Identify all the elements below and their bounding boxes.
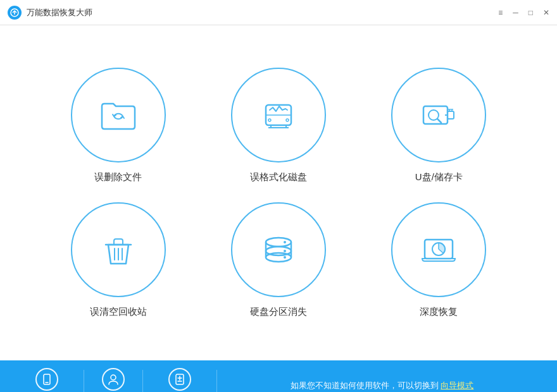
bottom-message: 如果您不知道如何使用软件，可以切换到 向导模式: [220, 380, 544, 391]
card-icon-partition-lost: [231, 202, 326, 297]
bottom-message-text: 如果您不知道如何使用软件，可以切换到: [291, 381, 439, 390]
card-recycle-bin[interactable]: 误清空回收站: [51, 202, 185, 318]
card-label-usb-card: U盘/储存卡: [415, 171, 463, 183]
divider-1: [84, 370, 84, 392]
svg-point-4: [286, 119, 289, 121]
card-partition-lost[interactable]: 硬盘分区消失: [211, 202, 346, 318]
import-scan-button[interactable]: 导入扫描记录: [146, 363, 214, 393]
card-icon-recycle-bin: [71, 202, 166, 297]
card-deep-recovery[interactable]: 深度恢复: [372, 202, 506, 318]
minimize-button[interactable]: ─: [513, 9, 518, 16]
svg-point-28: [284, 250, 286, 252]
online-consult-button[interactable]: 在线咨询: [87, 363, 140, 393]
divider-3: [216, 370, 217, 392]
person-icon: [102, 368, 125, 391]
svg-rect-8: [423, 106, 447, 124]
wizard-mode-link[interactable]: 向导模式: [441, 381, 473, 390]
card-icon-deep-recovery: [391, 202, 486, 297]
bottom-bar: 手机数据恢复 在线咨询 导入扫描记录 如果您不知道如何使用软件，可以切换到 向导: [0, 360, 557, 392]
cards-grid: 误删除文件: [51, 68, 506, 318]
menu-button[interactable]: ≡: [498, 9, 503, 16]
svg-point-20: [266, 238, 291, 247]
close-button[interactable]: ✕: [543, 9, 549, 16]
maximize-button[interactable]: □: [529, 9, 533, 16]
card-label-deep-recovery: 深度恢复: [420, 306, 458, 318]
card-usb-card[interactable]: U盘/储存卡: [372, 68, 506, 183]
svg-line-10: [437, 119, 441, 123]
card-icon-format-disk: [231, 68, 326, 162]
card-icon-usb-card: [391, 68, 486, 162]
svg-point-26: [266, 253, 291, 262]
card-label-recycle-bin: 误清空回收站: [90, 306, 147, 318]
svg-point-3: [268, 119, 271, 121]
svg-point-29: [284, 256, 286, 259]
card-label-format-disk: 误格式化磁盘: [250, 171, 307, 183]
divider-2: [142, 370, 143, 392]
card-icon-deleted-files: [71, 68, 166, 162]
svg-point-36: [111, 375, 116, 380]
card-label-partition-lost: 硬盘分区消失: [250, 306, 307, 318]
svg-point-27: [284, 241, 286, 243]
mobile-icon: [35, 368, 58, 391]
title-bar: 万能数据恢复大师 ≡ ─ □ ✕: [0, 0, 557, 25]
main-content: 误删除文件: [0, 25, 557, 360]
file-import-icon: [168, 368, 191, 391]
app-icon: [8, 6, 22, 20]
svg-rect-11: [447, 111, 454, 119]
app-title: 万能数据恢复大师: [27, 7, 498, 18]
card-label-deleted-files: 误删除文件: [94, 171, 142, 183]
window-controls: ≡ ─ □ ✕: [498, 9, 549, 16]
mobile-recovery-button[interactable]: 手机数据恢复: [13, 363, 81, 393]
card-format-disk[interactable]: 误格式化磁盘: [211, 68, 346, 183]
card-deleted-files[interactable]: 误删除文件: [51, 68, 185, 183]
